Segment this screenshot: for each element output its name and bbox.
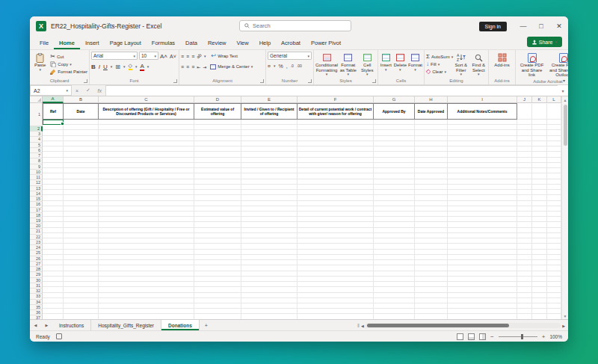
cell-j18[interactable]: [517, 206, 532, 212]
cell-c6[interactable]: [99, 141, 194, 146]
cell-h34[interactable]: [415, 293, 448, 298]
ribbon-tab-formulas[interactable]: Formulas: [147, 36, 180, 49]
ribbon-tab-data[interactable]: Data: [180, 36, 203, 49]
cell-e23[interactable]: [241, 233, 298, 238]
cell-a34[interactable]: [43, 293, 64, 298]
sort-filter-button[interactable]: AZ Sort & Filter▾: [453, 52, 469, 77]
cell-b14[interactable]: [64, 185, 99, 190]
cell-f18[interactable]: [298, 206, 374, 212]
cell-b21[interactable]: [64, 222, 99, 227]
column-header-d[interactable]: D: [194, 96, 241, 103]
cell-e6[interactable]: [241, 141, 298, 146]
cell-f6[interactable]: [298, 141, 374, 146]
header-cell-i[interactable]: Additional Notes/Comments: [448, 103, 517, 120]
row-header-36[interactable]: 36: [30, 310, 43, 315]
row-header-32[interactable]: 32: [30, 289, 43, 294]
cell-l16[interactable]: [547, 195, 561, 200]
cell-e2[interactable]: [241, 120, 298, 125]
cell-i7[interactable]: [448, 146, 517, 152]
ribbon-tab-file[interactable]: File: [34, 36, 54, 49]
cell-d18[interactable]: [194, 206, 241, 212]
cell-j4[interactable]: [517, 130, 532, 135]
cell-l2[interactable]: [547, 120, 561, 125]
cell-l23[interactable]: [547, 233, 561, 238]
column-header-c[interactable]: C: [99, 96, 194, 103]
cell-l4[interactable]: [547, 130, 561, 135]
cell-k30[interactable]: [532, 271, 547, 277]
vertical-scrollbar[interactable]: ▲ ▼: [561, 96, 568, 319]
cell-a21[interactable]: [43, 222, 64, 227]
cell-i22[interactable]: [448, 228, 517, 233]
ribbon-tab-acrobat[interactable]: Acrobat: [276, 36, 306, 49]
cell-d7[interactable]: [194, 146, 241, 152]
cell-h22[interactable]: [415, 228, 448, 233]
cell-k25[interactable]: [532, 244, 547, 249]
cell-h29[interactable]: [415, 265, 448, 271]
cell-i14[interactable]: [448, 185, 517, 190]
cell-e26[interactable]: [241, 250, 298, 255]
cell-c11[interactable]: [99, 168, 194, 173]
cell-a32[interactable]: [43, 282, 64, 287]
cell-k7[interactable]: [532, 146, 547, 152]
cell-j35[interactable]: [517, 298, 532, 303]
row-header-5[interactable]: 5: [30, 143, 43, 148]
cell-l18[interactable]: [547, 206, 561, 212]
cell-i31[interactable]: [448, 277, 517, 282]
cell-h17[interactable]: [415, 201, 448, 206]
cell-a13[interactable]: [43, 179, 64, 185]
cell-i28[interactable]: [448, 260, 517, 265]
orientation-button[interactable]: ab: [196, 53, 203, 60]
row-header-1[interactable]: 1: [30, 103, 43, 126]
cell-a30[interactable]: [43, 271, 64, 277]
cell-d20[interactable]: [194, 217, 241, 222]
cell-a22[interactable]: [43, 228, 64, 233]
cell-b3[interactable]: [64, 125, 99, 130]
cell-e10[interactable]: [241, 163, 298, 168]
cell-j30[interactable]: [517, 271, 532, 277]
cell-e31[interactable]: [241, 277, 298, 282]
cell-e13[interactable]: [241, 179, 298, 185]
align-right-button[interactable]: ≡: [191, 64, 194, 70]
row-header-34[interactable]: 34: [30, 300, 43, 305]
row-header-16[interactable]: 16: [30, 202, 43, 207]
percent-button[interactable]: %: [278, 64, 283, 69]
cell-l12[interactable]: [547, 173, 561, 179]
next-sheet-arrow[interactable]: ▶: [46, 323, 49, 327]
cell-j9[interactable]: [517, 158, 532, 163]
cell-l17[interactable]: [547, 201, 561, 206]
cell-l28[interactable]: [547, 260, 561, 265]
cell-k8[interactable]: [532, 152, 547, 157]
cell-k15[interactable]: [532, 190, 547, 195]
wrap-text-button[interactable]: ↩Wrap Text: [211, 53, 238, 60]
zoom-slider[interactable]: [499, 336, 537, 337]
cell-h3[interactable]: [415, 125, 448, 130]
cell-d8[interactable]: [194, 152, 241, 157]
header-cell-b[interactable]: Date: [64, 103, 99, 120]
cell-k6[interactable]: [532, 141, 547, 146]
cell-d11[interactable]: [194, 168, 241, 173]
cell-b12[interactable]: [64, 173, 99, 179]
cell-e22[interactable]: [241, 228, 298, 233]
cell-g22[interactable]: [374, 228, 415, 233]
row-header-4[interactable]: 4: [30, 137, 43, 142]
cell-l37[interactable]: [547, 309, 561, 314]
cell-b4[interactable]: [64, 130, 99, 135]
cell-l33[interactable]: [547, 287, 561, 292]
cell-b9[interactable]: [64, 158, 99, 163]
cell-f13[interactable]: [298, 179, 374, 185]
cell-j21[interactable]: [517, 222, 532, 227]
cell-j19[interactable]: [517, 212, 532, 217]
increase-decimal-button[interactable]: .0: [291, 64, 294, 68]
cell-j10[interactable]: [517, 163, 532, 168]
number-format-combo[interactable]: General▾: [268, 52, 312, 60]
cell-g11[interactable]: [374, 168, 415, 173]
format-cells-button[interactable]: Format▾: [408, 52, 422, 72]
cell-l8[interactable]: [547, 152, 561, 157]
cell-k24[interactable]: [532, 238, 547, 244]
cell-e5[interactable]: [241, 136, 298, 141]
cell-e33[interactable]: [241, 287, 298, 292]
cell-j13[interactable]: [517, 179, 532, 185]
cell-b6[interactable]: [64, 141, 99, 146]
cell-a10[interactable]: [43, 163, 64, 168]
cell-a27[interactable]: [43, 255, 64, 260]
